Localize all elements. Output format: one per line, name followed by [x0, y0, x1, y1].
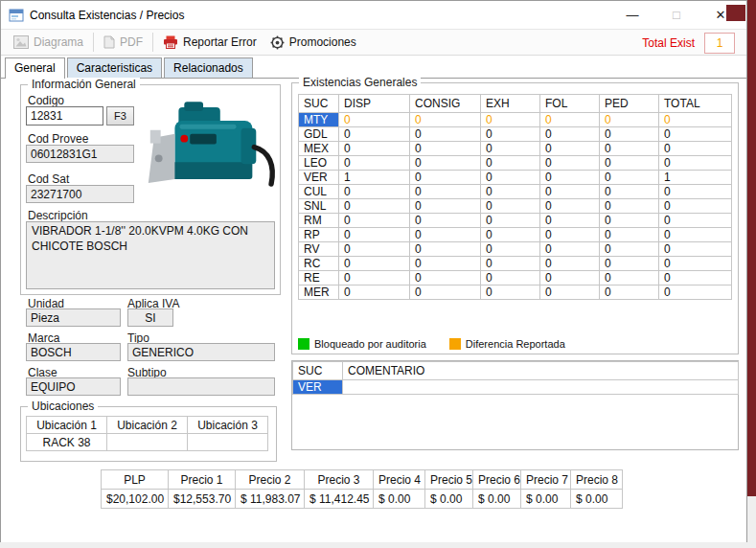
tab-general[interactable]: General	[5, 57, 65, 79]
existencias-row[interactable]: MTY000000	[299, 113, 732, 127]
existencias-header-cell[interactable]: CONSIG	[410, 95, 481, 113]
existencias-header-cell[interactable]: EXH	[481, 95, 540, 113]
stock-value-cell[interactable]: 0	[410, 127, 481, 142]
stock-value-cell[interactable]: 0	[659, 199, 732, 214]
stock-value-cell[interactable]: 0	[540, 171, 600, 185]
ubicacion-value-cell[interactable]	[188, 434, 268, 451]
stock-value-cell[interactable]: 0	[540, 285, 600, 300]
stock-value-cell[interactable]: 0	[410, 113, 481, 127]
precio-value-cell[interactable]: $12,553.70	[169, 490, 236, 509]
existencias-row[interactable]: LEO000000	[299, 156, 732, 171]
stock-value-cell[interactable]: 0	[659, 156, 732, 171]
suc-cell[interactable]: LEO	[299, 156, 339, 171]
marca-input[interactable]: BOSCH	[26, 343, 121, 361]
stock-value-cell[interactable]: 0	[659, 242, 732, 257]
stock-value-cell[interactable]: 0	[410, 156, 481, 171]
stock-value-cell[interactable]: 0	[540, 242, 600, 257]
suc-cell[interactable]: RP	[299, 228, 339, 242]
stock-value-cell[interactable]: 0	[481, 228, 540, 242]
comentario-text-cell[interactable]	[343, 380, 739, 395]
precio-value-cell[interactable]: $ 11,412.45	[305, 490, 374, 509]
stock-value-cell[interactable]: 1	[339, 171, 410, 185]
stock-value-cell[interactable]: 0	[600, 185, 659, 199]
stock-value-cell[interactable]: 0	[481, 242, 540, 257]
precio-value-cell[interactable]: $ 0.00	[521, 490, 571, 509]
suc-cell[interactable]: RC	[299, 257, 339, 271]
existencias-row[interactable]: RV000000	[299, 242, 732, 257]
titlebar[interactable]: Consulta Existencias / Precios — □ ✕	[1, 1, 746, 29]
stock-value-cell[interactable]: 0	[410, 199, 481, 214]
precio-value-cell[interactable]: $ 0.00	[571, 490, 623, 509]
stock-value-cell[interactable]: 0	[600, 113, 659, 127]
existencias-row[interactable]: RM000000	[299, 214, 732, 228]
precio-value-cell[interactable]: $ 11,983.07	[236, 490, 305, 509]
stock-value-cell[interactable]: 0	[540, 113, 600, 127]
stock-value-cell[interactable]: 0	[540, 228, 600, 242]
stock-value-cell[interactable]: 0	[659, 185, 732, 199]
stock-value-cell[interactable]: 0	[481, 156, 540, 171]
stock-value-cell[interactable]: 0	[339, 199, 410, 214]
existencias-header-cell[interactable]: PED	[600, 95, 659, 113]
stock-value-cell[interactable]: 0	[659, 285, 732, 300]
stock-value-cell[interactable]: 0	[600, 242, 659, 257]
stock-value-cell[interactable]: 0	[600, 171, 659, 185]
tipo-input[interactable]: GENERICO	[127, 343, 275, 361]
cod-provee-input[interactable]: 06012831G1	[26, 145, 134, 163]
stock-value-cell[interactable]: 0	[600, 199, 659, 214]
stock-value-cell[interactable]: 0	[410, 228, 481, 242]
stock-value-cell[interactable]: 0	[540, 127, 600, 142]
minimize-button[interactable]: —	[610, 1, 654, 29]
stock-value-cell[interactable]: 0	[481, 171, 540, 185]
stock-value-cell[interactable]: 0	[600, 271, 659, 285]
stock-value-cell[interactable]: 0	[339, 271, 410, 285]
stock-value-cell[interactable]: 0	[659, 214, 732, 228]
stock-value-cell[interactable]: 0	[540, 257, 600, 271]
tab-relacionados[interactable]: Relacionados	[164, 57, 253, 78]
ubicacion-value-cell[interactable]: RACK 38	[27, 434, 107, 451]
existencias-row[interactable]: MER000000	[299, 285, 732, 300]
stock-value-cell[interactable]: 0	[600, 257, 659, 271]
stock-value-cell[interactable]: 0	[339, 228, 410, 242]
subtipo-input[interactable]	[127, 377, 275, 396]
stock-value-cell[interactable]: 0	[659, 257, 732, 271]
stock-value-cell[interactable]: 0	[339, 127, 410, 142]
suc-cell[interactable]: MTY	[299, 113, 339, 127]
stock-value-cell[interactable]: 0	[540, 271, 600, 285]
comentarios-header-cell[interactable]: SUC	[293, 362, 343, 380]
existencias-row[interactable]: CUL000000	[299, 185, 732, 199]
suc-cell[interactable]: MER	[299, 285, 339, 300]
stock-value-cell[interactable]: 0	[540, 214, 600, 228]
existencias-row[interactable]: RE000000	[299, 271, 732, 285]
stock-value-cell[interactable]: 0	[540, 142, 600, 156]
stock-value-cell[interactable]: 1	[659, 171, 732, 185]
stock-value-cell[interactable]: 0	[481, 185, 540, 199]
cod-sat-input[interactable]: 23271700	[26, 185, 134, 203]
maximize-button[interactable]: □	[654, 1, 699, 29]
stock-value-cell[interactable]: 0	[481, 113, 540, 127]
existencias-row[interactable]: RP000000	[299, 228, 732, 242]
reportar-error-button[interactable]: Reportar Error	[156, 34, 263, 51]
tab-caracteristicas[interactable]: Caracteristicas	[67, 57, 162, 78]
stock-value-cell[interactable]: 0	[481, 127, 540, 142]
stock-value-cell[interactable]: 0	[600, 228, 659, 242]
stock-value-cell[interactable]: 0	[339, 113, 410, 127]
stock-value-cell[interactable]: 0	[339, 242, 410, 257]
existencias-row[interactable]: MEX000000	[299, 142, 732, 156]
stock-value-cell[interactable]: 0	[339, 257, 410, 271]
existencias-row[interactable]: SNL000000	[299, 199, 732, 214]
unidad-input[interactable]: Pieza	[26, 308, 121, 327]
stock-value-cell[interactable]: 0	[339, 156, 410, 171]
suc-cell[interactable]: RE	[299, 271, 339, 285]
suc-cell[interactable]: CUL	[299, 185, 339, 199]
precio-value-cell[interactable]: $ 0.00	[473, 490, 521, 509]
precio-value-cell[interactable]: $20,102.00	[102, 490, 169, 509]
ubicacion-value-cell[interactable]	[107, 434, 188, 451]
stock-value-cell[interactable]: 0	[600, 142, 659, 156]
promociones-button[interactable]: Promociones	[263, 34, 363, 52]
stock-value-cell[interactable]: 0	[339, 185, 410, 199]
stock-value-cell[interactable]: 0	[481, 214, 540, 228]
stock-value-cell[interactable]: 0	[481, 285, 540, 300]
existencias-header-cell[interactable]: DISP	[339, 95, 410, 113]
comentarios-row[interactable]: VER	[293, 380, 739, 395]
stock-value-cell[interactable]: 0	[410, 257, 481, 271]
